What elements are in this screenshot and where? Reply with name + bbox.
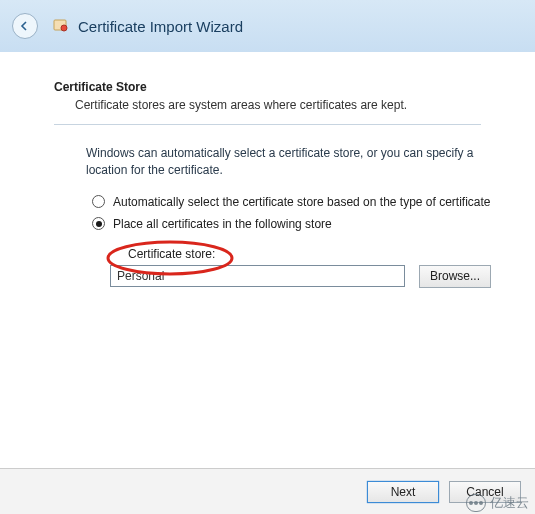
window-title: Certificate Import Wizard xyxy=(78,18,243,35)
store-input-row: Browse... xyxy=(110,265,515,288)
titlebar: Certificate Import Wizard xyxy=(0,0,535,52)
instruction-text: Windows can automatically select a certi… xyxy=(20,125,515,179)
watermark-text: 亿速云 xyxy=(490,494,529,512)
wizard-body: Certificate Store Certificate stores are… xyxy=(0,52,535,468)
store-group: Certificate store: Browse... xyxy=(20,239,515,288)
back-button[interactable] xyxy=(12,13,38,39)
radio-manual-select[interactable]: Place all certificates in the following … xyxy=(92,217,515,231)
store-label: Certificate store: xyxy=(128,247,515,261)
radio-manual-label: Place all certificates in the following … xyxy=(113,217,332,231)
section-heading: Certificate Store xyxy=(20,80,515,94)
certificate-icon xyxy=(52,17,70,35)
svg-point-1 xyxy=(61,25,67,31)
back-arrow-icon xyxy=(19,20,31,32)
section-description: Certificate stores are system areas wher… xyxy=(20,98,515,112)
watermark: 亿速云 xyxy=(466,494,529,512)
radio-auto-select[interactable]: Automatically select the certificate sto… xyxy=(92,195,515,209)
radio-group: Automatically select the certificate sto… xyxy=(20,179,515,231)
watermark-icon xyxy=(466,494,486,512)
next-button[interactable]: Next xyxy=(367,481,439,503)
browse-button[interactable]: Browse... xyxy=(419,265,491,288)
wizard-window: ✕ Certificate Import Wizard Certificate … xyxy=(0,0,535,514)
footer: Next Cancel xyxy=(0,468,535,514)
certificate-store-input[interactable] xyxy=(110,265,405,287)
radio-auto-label: Automatically select the certificate sto… xyxy=(113,195,491,209)
radio-icon xyxy=(92,217,105,230)
radio-icon xyxy=(92,195,105,208)
